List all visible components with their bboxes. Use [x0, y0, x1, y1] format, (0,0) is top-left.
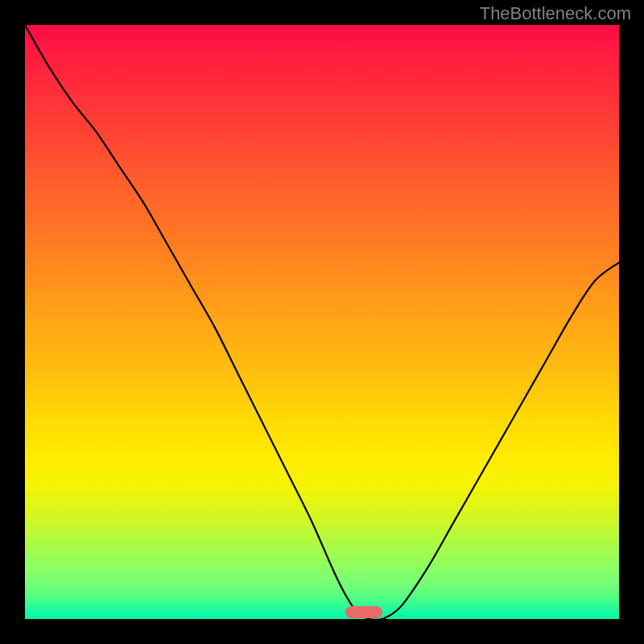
chart-frame: TheBottleneck.com [0, 0, 644, 644]
watermark-text: TheBottleneck.com [480, 3, 631, 24]
optimum-marker [345, 606, 382, 618]
plot-area [25, 25, 619, 619]
bottleneck-curve [25, 25, 619, 619]
